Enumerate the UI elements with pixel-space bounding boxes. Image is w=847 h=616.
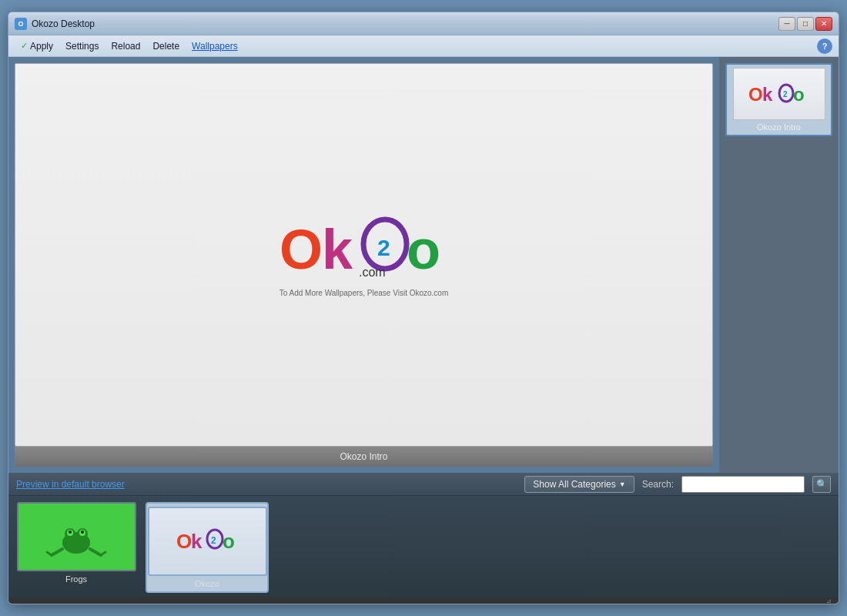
- preview-subtitle: To Add More Wallpapers, Please Visit Oko…: [280, 289, 449, 297]
- svg-text:o: o: [793, 84, 805, 105]
- app-icon: O: [15, 18, 27, 30]
- resize-corner: ⊿: [8, 598, 839, 604]
- delete-menu-item[interactable]: Delete: [146, 38, 186, 54]
- title-bar-buttons: ─ □ ✕: [778, 17, 832, 31]
- svg-text:2: 2: [783, 90, 788, 99]
- svg-text:O: O: [748, 84, 763, 105]
- window-title: Okozo Desktop: [32, 18, 778, 29]
- resize-grip-icon: ⊿: [826, 598, 835, 604]
- svg-text:2: 2: [211, 535, 216, 546]
- okozo-logo-svg: O k 2 o .com: [276, 213, 453, 283]
- preview-logo: O k 2 o .com To Add More Wallpapers, Ple…: [276, 213, 453, 297]
- title-bar: O Okozo Desktop ─ □ ✕: [8, 12, 839, 35]
- preview-frame: O k 2 o .com To Add More Wallpapers, Ple…: [15, 63, 713, 447]
- search-label: Search:: [642, 479, 674, 490]
- okozo-thumb-image: O k 2 o: [148, 507, 267, 576]
- settings-menu-item[interactable]: Settings: [59, 38, 105, 54]
- svg-text:O: O: [280, 219, 323, 280]
- preview-caption-bar: Okozo Intro: [15, 447, 713, 467]
- svg-line-20: [47, 552, 52, 555]
- svg-point-16: [69, 531, 72, 534]
- thumbnail-okozo[interactable]: O k 2 o Okozo: [146, 502, 269, 593]
- svg-line-19: [90, 549, 101, 555]
- okozo-mini-svg: O k 2 o: [176, 528, 238, 554]
- reload-menu-item[interactable]: Reload: [105, 38, 146, 54]
- preview-area: O k 2 o .com To Add More Wallpapers, Ple…: [8, 57, 719, 473]
- sidebar-item-okozo-intro[interactable]: O k 2 o Okozo Intro: [725, 63, 832, 136]
- bottom-toolbar: Preview in default browser Show All Cate…: [8, 473, 839, 496]
- bottom-bar: Preview in default browser Show All Cate…: [8, 473, 839, 604]
- sidebar-mini-logo: O k 2 o: [748, 82, 810, 105]
- svg-text:o: o: [407, 219, 440, 280]
- search-input[interactable]: [681, 476, 805, 493]
- main-window: O Okozo Desktop ─ □ ✕ ✓ Apply Settings R…: [8, 12, 839, 604]
- wallpapers-menu-item[interactable]: Wallpapers: [186, 38, 244, 54]
- frogs-thumb-image: [17, 502, 136, 571]
- svg-line-18: [52, 549, 62, 555]
- svg-text:2: 2: [377, 235, 390, 260]
- apply-menu-item[interactable]: ✓ Apply: [15, 38, 59, 54]
- frogs-thumb-label: Frogs: [65, 574, 87, 584]
- menu-bar: ✓ Apply Settings Reload Delete Wallpaper…: [8, 35, 839, 57]
- maximize-button[interactable]: □: [797, 17, 814, 31]
- svg-text:O: O: [176, 530, 192, 553]
- main-content: O k 2 o .com To Add More Wallpapers, Ple…: [8, 57, 839, 473]
- apply-check-icon: ✓: [21, 41, 28, 51]
- svg-point-17: [81, 531, 84, 534]
- svg-text:k: k: [322, 219, 353, 280]
- svg-text:o: o: [223, 530, 235, 553]
- show-categories-button[interactable]: Show All Categories ▼: [524, 476, 634, 493]
- minimize-button[interactable]: ─: [778, 17, 795, 31]
- svg-text:k: k: [762, 84, 773, 105]
- thumbnail-frogs[interactable]: Frogs: [15, 502, 138, 584]
- sidebar-item-label: Okozo Intro: [757, 122, 801, 132]
- help-button[interactable]: ?: [817, 38, 832, 54]
- sidebar: O k 2 o Okozo Intro: [719, 57, 839, 473]
- svg-text:.com: .com: [359, 266, 386, 279]
- okozo-thumb-label: Okozo: [195, 579, 219, 588]
- dropdown-arrow-icon: ▼: [619, 480, 626, 488]
- thumbnail-grid: Frogs O k 2 o Okozo: [8, 496, 839, 598]
- close-button[interactable]: ✕: [815, 17, 832, 31]
- preview-link[interactable]: Preview in default browser: [16, 479, 125, 490]
- svg-line-21: [101, 552, 105, 555]
- frog-svg: [45, 514, 107, 560]
- search-button[interactable]: 🔍: [812, 476, 831, 493]
- sidebar-thumb-image: O k 2 o: [733, 68, 825, 120]
- svg-text:k: k: [191, 530, 203, 553]
- search-icon: 🔍: [816, 479, 828, 490]
